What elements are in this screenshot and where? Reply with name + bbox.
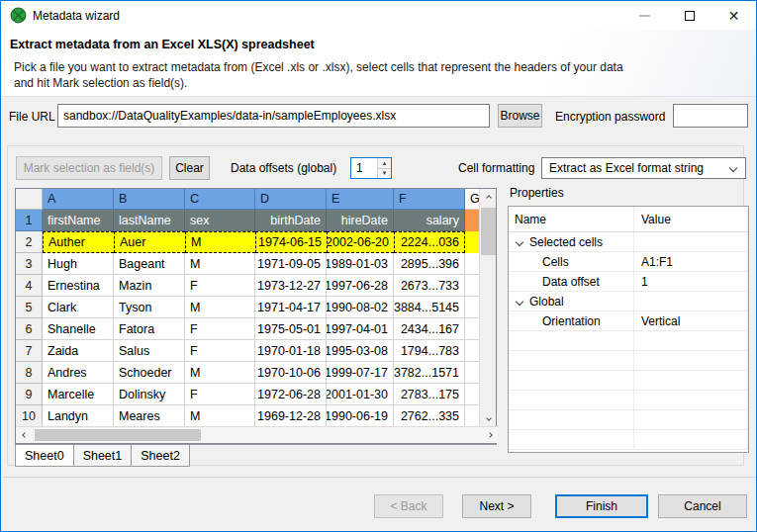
property-value[interactable] xyxy=(634,292,748,310)
cell-C2[interactable]: M xyxy=(185,231,255,253)
cell-B10[interactable]: Meares xyxy=(114,405,185,427)
cell-A1[interactable]: firstName xyxy=(43,210,114,231)
column-header-F[interactable]: F xyxy=(394,189,465,210)
row-header-6[interactable]: 6 xyxy=(16,318,43,340)
cell-D5[interactable]: 1971-04-17 xyxy=(255,297,327,318)
cell-B7[interactable]: Salus xyxy=(114,340,185,362)
column-header-D[interactable]: D xyxy=(255,189,327,210)
cell-F2[interactable]: 2224...036 xyxy=(394,231,465,253)
cell-C5[interactable]: M xyxy=(185,297,255,318)
spinner-down-icon[interactable]: ▼ xyxy=(378,169,391,179)
row-header-2[interactable]: 2 xyxy=(16,231,43,253)
row-header-3[interactable]: 3 xyxy=(16,253,43,275)
vertical-scroll-thumb[interactable] xyxy=(481,208,496,255)
cell-F8[interactable]: 3782...1571 xyxy=(394,362,465,384)
cell-D4[interactable]: 1973-12-27 xyxy=(255,275,327,297)
cell-A2[interactable]: Auther xyxy=(43,231,114,253)
property-value[interactable]: A1:F1 xyxy=(634,252,748,271)
cell-F3[interactable]: 2895...396 xyxy=(394,253,465,275)
close-icon[interactable]: ✕ xyxy=(711,1,756,30)
property-value[interactable]: 1 xyxy=(634,272,748,291)
cell-F7[interactable]: 1794...783 xyxy=(394,340,465,362)
property-value[interactable]: Vertical xyxy=(634,311,748,330)
clear-button[interactable]: Clear xyxy=(169,156,210,180)
cell-D6[interactable]: 1975-05-01 xyxy=(255,318,327,340)
cell-E2[interactable]: 2002-06-20 xyxy=(327,231,394,253)
scroll-down-icon[interactable] xyxy=(480,409,497,426)
cell-E3[interactable]: 1989-01-03 xyxy=(327,253,394,275)
maximize-icon[interactable] xyxy=(667,1,711,30)
cell-D8[interactable]: 1970-10-06 xyxy=(255,362,327,384)
horizontal-scroll-thumb[interactable] xyxy=(35,429,201,441)
cell-D3[interactable]: 1971-09-05 xyxy=(255,253,327,275)
cell-A10[interactable]: Landyn xyxy=(43,405,114,427)
data-offsets-spinner[interactable]: 1 ▲ ▼ xyxy=(350,157,392,179)
encryption-password-input[interactable] xyxy=(673,104,748,128)
cell-F1[interactable]: salary xyxy=(394,210,465,231)
cell-A8[interactable]: Andres xyxy=(43,362,114,384)
cell-A9[interactable]: Marcelle xyxy=(43,384,114,405)
row-header-5[interactable]: 5 xyxy=(16,297,43,318)
cell-E9[interactable]: 2001-01-30 xyxy=(327,384,394,405)
property-value[interactable] xyxy=(634,232,748,251)
minimize-icon[interactable] xyxy=(622,1,667,30)
cell-B6[interactable]: Fatora xyxy=(114,318,185,340)
cell-F4[interactable]: 2673...733 xyxy=(394,275,465,297)
row-header-10[interactable]: 10 xyxy=(16,405,43,427)
cell-D10[interactable]: 1969-12-28 xyxy=(255,405,327,427)
cell-C10[interactable]: M xyxy=(185,405,255,427)
cell-E7[interactable]: 1995-03-08 xyxy=(327,340,394,362)
cell-A7[interactable]: Zaida xyxy=(43,340,114,362)
finish-button[interactable]: Finish xyxy=(555,494,648,518)
row-header-7[interactable]: 7 xyxy=(16,340,43,362)
cell-F10[interactable]: 2762...335 xyxy=(394,405,465,427)
column-header-C[interactable]: C xyxy=(185,189,255,210)
cancel-button[interactable]: Cancel xyxy=(658,494,747,518)
column-header-E[interactable]: E xyxy=(327,189,394,210)
cell-B1[interactable]: lastName xyxy=(114,210,185,231)
row-header-4[interactable]: 4 xyxy=(16,275,43,297)
cell-E6[interactable]: 1997-04-01 xyxy=(327,318,394,340)
file-url-input[interactable]: sandbox://DataQualityExamples/data-in/sa… xyxy=(57,104,490,128)
column-header-B[interactable]: B xyxy=(114,189,185,210)
cell-F5[interactable]: 3884...5145 xyxy=(394,297,465,318)
cell-A6[interactable]: Shanelle xyxy=(43,318,114,340)
sheet-tab-sheet2[interactable]: Sheet2 xyxy=(132,445,190,467)
scroll-up-icon[interactable] xyxy=(480,189,497,206)
cell-A4[interactable]: Ernestina xyxy=(43,275,114,297)
cell-E10[interactable]: 1990-06-19 xyxy=(327,405,394,427)
scroll-left-icon[interactable] xyxy=(16,427,33,443)
spinner-up-icon[interactable]: ▲ xyxy=(378,158,391,169)
row-header-1[interactable]: 1 xyxy=(16,210,43,231)
cell-E4[interactable]: 1997-06-28 xyxy=(327,275,394,297)
tree-expand-chevron-icon[interactable] xyxy=(516,237,523,245)
cell-E1[interactable]: hireDate xyxy=(327,210,394,231)
cell-formatting-dropdown[interactable]: Extract as Excel format string xyxy=(541,157,746,179)
cell-A3[interactable]: Hugh xyxy=(43,253,114,275)
cell-C9[interactable]: F xyxy=(185,384,255,405)
tree-expand-chevron-icon[interactable] xyxy=(516,297,523,305)
cell-A5[interactable]: Clark xyxy=(43,297,114,318)
cell-C6[interactable]: F xyxy=(185,318,255,340)
cell-C1[interactable]: sex xyxy=(185,210,255,231)
scroll-right-icon[interactable] xyxy=(481,427,498,443)
cell-D7[interactable]: 1970-01-18 xyxy=(255,340,327,362)
sheet-tab-sheet1[interactable]: Sheet1 xyxy=(74,445,133,467)
cell-C8[interactable]: M xyxy=(185,362,255,384)
spreadsheet-grid[interactable]: ABCDEFG1firstNamelastNamesexbirthDatehir… xyxy=(15,188,497,444)
cell-C3[interactable]: M xyxy=(185,253,255,275)
column-header-A[interactable]: A xyxy=(43,189,114,210)
cell-E8[interactable]: 1999-07-17 xyxy=(327,362,394,384)
cell-B4[interactable]: Mazin xyxy=(114,275,185,297)
mark-selection-button[interactable]: Mark selection as field(s) xyxy=(16,156,162,180)
cell-B9[interactable]: Dolinsky xyxy=(114,384,185,405)
cell-D9[interactable]: 1972-06-28 xyxy=(255,384,327,405)
cell-B2[interactable]: Auer xyxy=(114,231,185,253)
cell-C7[interactable]: F xyxy=(185,340,255,362)
cell-D2[interactable]: 1974-06-15 xyxy=(255,231,327,253)
cell-C4[interactable]: F xyxy=(185,275,255,297)
sheet-tab-sheet0[interactable]: Sheet0 xyxy=(15,444,74,467)
cell-E5[interactable]: 1990-08-02 xyxy=(327,297,394,318)
properties-table[interactable]: NameValueSelected cellsCellsA1:F1Data of… xyxy=(508,206,749,453)
cell-F6[interactable]: 2434...167 xyxy=(394,318,465,340)
